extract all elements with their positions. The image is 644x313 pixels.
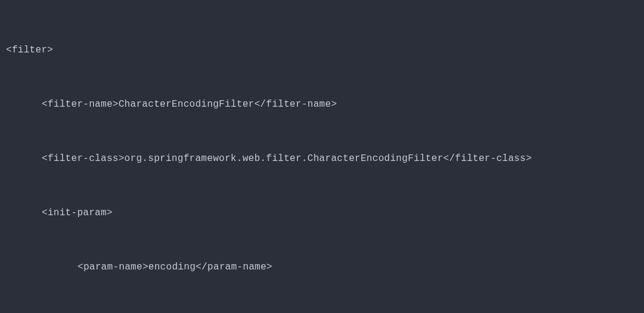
xml-code-block: <filter> <filter-name>CharacterEncodingF… [6,5,638,313]
code-line: <filter> [6,41,638,59]
code-line: <filter-class>org.springframework.web.fi… [6,150,638,168]
code-line: <param-name>encoding</param-name> [6,258,638,276]
code-line: <filter-name>CharacterEncodingFilter</fi… [6,95,638,113]
code-line: <init-param> [6,204,638,222]
